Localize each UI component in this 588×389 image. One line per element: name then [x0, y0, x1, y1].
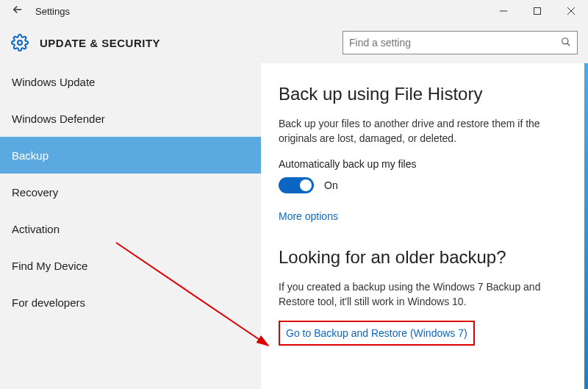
svg-line-6: [567, 43, 570, 46]
maximize-button[interactable]: [520, 0, 554, 22]
svg-point-4: [18, 40, 22, 45]
sidebar-item-label: Recovery: [12, 186, 58, 199]
sidebar-item-backup[interactable]: Backup: [0, 137, 261, 174]
main-content: Back up using File History Back up your …: [261, 63, 588, 389]
svg-point-5: [562, 38, 568, 43]
sidebar-item-label: Find My Device: [12, 260, 87, 272]
sidebar-item-for-developers[interactable]: For developers: [0, 284, 261, 321]
heading-file-history: Back up using File History: [279, 84, 570, 104]
gear-icon: [7, 30, 32, 55]
search-input[interactable]: [349, 37, 561, 49]
sidebar-item-find-my-device[interactable]: Find My Device: [0, 247, 261, 284]
minimize-button[interactable]: [487, 0, 520, 22]
back-button[interactable]: [0, 3, 35, 20]
titlebar: Settings: [0, 0, 588, 22]
sidebar-item-windows-update[interactable]: Windows Update: [0, 63, 261, 100]
backup-restore-win7-link[interactable]: Go to Backup and Restore (Windows 7): [286, 327, 467, 339]
sidebar-item-label: Windows Defender: [12, 113, 105, 125]
auto-backup-toggle[interactable]: [279, 177, 314, 193]
header: UPDATE & SECURITY: [0, 22, 588, 63]
annotation-highlight: Go to Backup and Restore (Windows 7): [279, 321, 475, 346]
description-older-backup: If you created a backup using the Window…: [279, 279, 570, 310]
sidebar-item-activation[interactable]: Activation: [0, 210, 261, 247]
toggle-state-label: On: [324, 179, 338, 191]
sidebar-item-label: Windows Update: [12, 76, 95, 88]
search-box[interactable]: [343, 31, 578, 54]
window-title: Settings: [35, 6, 70, 17]
sidebar: Windows Update Windows Defender Backup R…: [0, 63, 261, 389]
window-edge-accent: [584, 63, 588, 389]
sidebar-item-label: For developers: [12, 296, 85, 309]
sidebar-item-label: Activation: [12, 223, 60, 235]
description-file-history: Back up your files to another drive and …: [279, 116, 570, 146]
svg-rect-1: [534, 8, 541, 15]
toggle-caption: Automatically back up my files: [279, 158, 570, 170]
search-icon: [561, 37, 571, 49]
sidebar-item-label: Backup: [12, 149, 49, 162]
section-title: UPDATE & SECURITY: [40, 37, 160, 49]
sidebar-item-windows-defender[interactable]: Windows Defender: [0, 100, 261, 137]
sidebar-item-recovery[interactable]: Recovery: [0, 174, 261, 210]
more-options-link[interactable]: More options: [279, 210, 338, 222]
close-button[interactable]: [554, 0, 588, 22]
heading-older-backup: Looking for an older backup?: [279, 247, 570, 268]
